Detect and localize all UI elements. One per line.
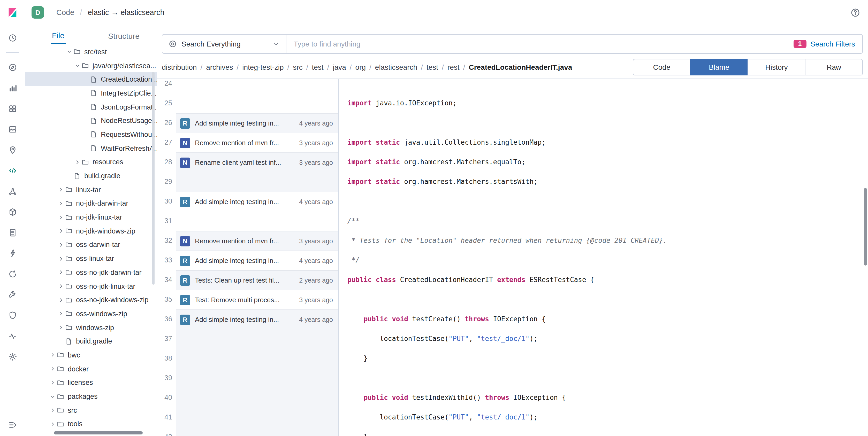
tree-folder[interactable]: oss-no-jdk-windows-zip [25,293,157,307]
line-number[interactable]: 26 [157,113,176,133]
path-segment[interactable]: integ-test-zip [242,63,284,71]
commit-message[interactable]: Remove mention of mvn fr... [195,139,279,147]
blame-cell[interactable]: RAdd simple integ testing in...4 years a… [176,309,338,329]
breadcrumb-app[interactable]: Code [56,8,74,16]
tree-folder[interactable]: windows-zip [25,321,157,334]
tree-folder[interactable]: oss-no-jdk-darwin-tar [25,266,157,279]
page-scrollbar[interactable] [864,188,867,266]
tree-folder[interactable]: resources [25,155,157,169]
line-number[interactable]: 38 [157,349,176,368]
tree-folder[interactable]: bwc [25,348,157,362]
tree-folder[interactable]: no-jdk-linux-tar [25,210,157,224]
tab-file[interactable]: File [25,25,91,45]
tree-h-scrollbar[interactable] [54,431,143,434]
tree-scrollbar[interactable] [152,72,155,284]
tree-folder[interactable]: oss-no-jdk-linux-tar [25,279,157,293]
tree-folder[interactable]: java/org/elasticsea... [25,59,157,72]
nodes-icon[interactable] [4,183,21,199]
line-number[interactable]: 42 [157,427,176,436]
search-input[interactable] [286,35,862,53]
map-pin-icon[interactable] [4,141,21,158]
clock-icon[interactable] [4,29,21,46]
collapse-menu-icon[interactable] [4,416,21,433]
commit-message[interactable]: Rename client yaml test inf... [195,159,281,166]
tree-folder[interactable]: oss-darwin-tar [25,238,157,251]
blame-cell[interactable]: RTests: Clean up rest test fil...2 years… [176,270,338,290]
code-icon[interactable] [4,162,21,179]
path-segment[interactable]: elasticsearch [375,63,417,71]
line-number[interactable]: 31 [157,211,176,231]
commit-message[interactable]: Add simple integ testing in... [195,198,279,206]
blame-cell[interactable]: RAdd simple integ testing in...4 years a… [176,113,338,133]
line-number[interactable]: 32 [157,231,176,250]
line-number[interactable]: 33 [157,250,176,270]
line-number[interactable]: 41 [157,408,176,427]
bolt-icon[interactable] [4,245,21,261]
line-number[interactable]: 36 [157,309,176,329]
tree-folder[interactable]: packages [25,390,157,403]
tree-file[interactable]: JsonLogsFormat... [25,100,157,114]
line-number[interactable]: 40 [157,388,176,408]
blame-cell[interactable]: RAdd simple integ testing in...4 years a… [176,192,338,211]
tree-file[interactable]: NodeRestUsage... [25,114,157,128]
path-segment[interactable]: archives [206,63,233,71]
blame-view-button[interactable]: Blame [690,59,748,75]
line-number[interactable]: 39 [157,368,176,388]
path-segment[interactable]: test [312,63,323,71]
line-number[interactable]: 27 [157,133,176,153]
gear-icon[interactable] [4,348,21,365]
tree-file[interactable]: IntegTestZipClie... [25,86,157,100]
blame-cell[interactable]: RTest: Remove multi proces...3 years ago [176,290,338,309]
grid-icon[interactable] [4,100,21,117]
kibana-logo[interactable] [0,7,25,17]
tree-file[interactable]: RequestsWithou... [25,128,157,141]
line-number[interactable]: 28 [157,153,176,172]
tree-folder[interactable]: no-jdk-darwin-tar [25,197,157,210]
blame-cell[interactable]: NRemove mention of mvn fr...3 years ago [176,133,338,153]
commit-message[interactable]: Tests: Clean up rest test fil... [195,276,279,284]
line-number[interactable]: 24 [157,79,176,94]
code-view-button[interactable]: Code [633,59,691,75]
tree-folder[interactable]: linux-tar [25,183,157,197]
search-scope-dropdown[interactable]: Search Everything [162,35,286,53]
line-number[interactable]: 35 [157,290,176,309]
tree-folder[interactable]: licenses [25,376,157,390]
blame-cell[interactable]: NRemove mention of mvn fr...3 years ago [176,231,338,250]
path-segment[interactable]: distribution [162,63,197,71]
bar-chart-icon[interactable] [4,79,21,96]
raw-view-button[interactable]: Raw [805,59,863,75]
path-segment[interactable]: src [293,63,303,71]
tree-folder[interactable]: docker [25,362,157,376]
path-segment[interactable]: test [427,63,438,71]
line-number[interactable]: 25 [157,94,176,113]
line-number[interactable]: 37 [157,329,176,349]
blame-cell[interactable]: RAdd simple integ testing in...4 years a… [176,250,338,270]
path-segment[interactable]: rest [447,63,460,71]
tree-file[interactable]: build.gradle [25,169,157,182]
path-segment[interactable]: org [355,63,366,71]
compass-icon[interactable] [4,59,21,75]
wrench-icon[interactable] [4,286,21,303]
breadcrumb-repo[interactable]: elastic → elasticsearch [88,8,164,16]
line-number[interactable]: 29 [157,172,176,192]
tree-folder[interactable]: oss-windows-zip [25,307,157,321]
tree-file[interactable]: WaitForRefreshA... [25,141,157,155]
pulse-icon[interactable] [4,328,21,344]
refresh-icon[interactable] [4,266,21,282]
commit-message[interactable]: Test: Remove multi proces... [195,296,280,304]
space-avatar[interactable]: D [32,6,44,19]
search-filters-link[interactable]: Search Filters [810,40,855,48]
commit-message[interactable]: Add simple integ testing in... [195,257,279,265]
line-number[interactable]: 34 [157,270,176,290]
commit-message[interactable]: Add simple integ testing in... [195,119,279,127]
history-view-button[interactable]: History [748,59,805,75]
commit-message[interactable]: Remove mention of mvn fr... [195,237,279,245]
tree-folder[interactable]: src [25,403,157,417]
frame-icon[interactable] [4,121,21,137]
line-number[interactable]: 30 [157,192,176,211]
tree-file[interactable]: build.gradle [25,334,157,348]
commit-message[interactable]: Add simple integ testing in... [195,315,279,324]
path-segment[interactable]: java [333,63,346,71]
tree-folder[interactable]: oss-linux-tar [25,252,157,266]
tree-folder[interactable]: no-jdk-windows-zip [25,224,157,238]
